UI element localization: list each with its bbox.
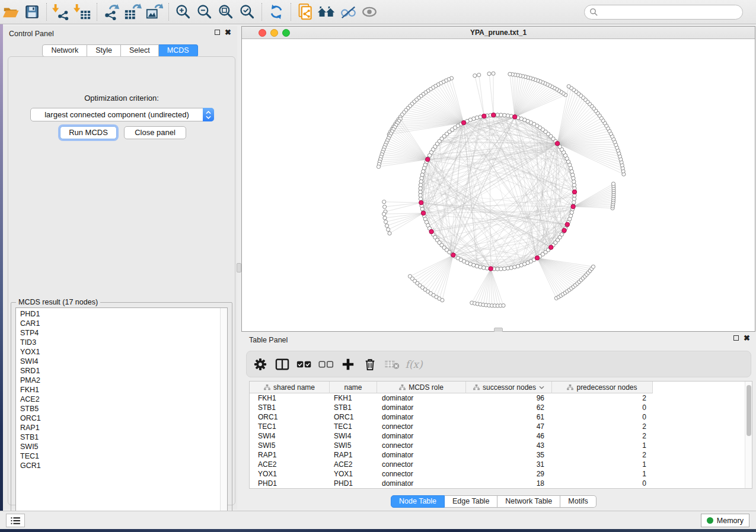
table-cell: YOX1 xyxy=(250,469,330,479)
column-header[interactable]: MCDS role xyxy=(377,382,466,393)
table-header: shared namenameMCDS rolesuccessor nodesp… xyxy=(250,382,745,393)
zoom-selected-icon[interactable] xyxy=(237,2,258,22)
hide-edges-icon[interactable] xyxy=(337,2,359,22)
show-eye-icon[interactable] xyxy=(359,2,380,22)
list-item[interactable]: TID3 xyxy=(16,338,220,347)
criterion-value: largest connected component (undirected) xyxy=(31,110,203,119)
list-item[interactable]: RAP1 xyxy=(16,423,220,432)
optimization-criterion-select[interactable]: largest connected component (undirected) xyxy=(30,108,214,121)
list-item[interactable]: TEC1 xyxy=(16,451,220,461)
table-cell: connector xyxy=(377,469,466,479)
search-input[interactable] xyxy=(601,8,742,17)
table-row[interactable]: STB1STB1dominator620 xyxy=(250,403,745,412)
table-scrollbar[interactable] xyxy=(745,382,752,488)
table-row[interactable]: RAP1RAP1dominator352 xyxy=(250,450,745,460)
table-row[interactable]: ORC1ORC1dominator610 xyxy=(250,412,745,422)
list-item[interactable]: SWI4 xyxy=(16,357,220,366)
zoom-out-icon[interactable] xyxy=(194,2,215,22)
memory-button[interactable]: Memory xyxy=(701,514,749,527)
table-row[interactable]: FKH1FKH1dominator962 xyxy=(250,393,745,403)
open-file-icon[interactable] xyxy=(0,2,21,22)
memory-label: Memory xyxy=(717,517,744,525)
table-row[interactable]: SWI5SWI5connector431 xyxy=(250,441,745,450)
save-session-icon[interactable] xyxy=(21,2,43,22)
tab-network[interactable]: Network xyxy=(42,44,87,57)
network-canvas[interactable] xyxy=(242,39,755,331)
window-close-icon[interactable] xyxy=(259,29,266,37)
table-cell: dominator xyxy=(377,412,466,422)
column-header[interactable]: shared name xyxy=(250,382,330,393)
refresh-icon[interactable] xyxy=(266,2,287,22)
float-table-panel-icon[interactable] xyxy=(733,335,739,341)
search-field[interactable] xyxy=(584,5,743,20)
list-item[interactable]: ORC1 xyxy=(16,414,220,423)
export-image-icon[interactable] xyxy=(143,2,165,22)
table-cell: RAP1 xyxy=(250,450,330,460)
table-row[interactable]: ACE2ACE2connector311 xyxy=(250,460,745,469)
table-scrollbar-thumb[interactable] xyxy=(747,385,751,436)
zoom-in-icon[interactable] xyxy=(173,2,194,22)
list-item[interactable]: CAR1 xyxy=(16,319,220,328)
list-item[interactable]: STP4 xyxy=(16,328,220,338)
table-cell: dominator xyxy=(377,393,466,403)
split-columns-icon[interactable] xyxy=(275,357,290,372)
tab-edge-table[interactable]: Edge Table xyxy=(445,495,497,508)
table-cell: 2 xyxy=(552,431,653,441)
share-session-icon[interactable] xyxy=(295,2,316,22)
table-row[interactable]: YOX1YOX1connector291 xyxy=(250,469,745,479)
mcds-result-group: MCDS result (17 nodes) PHD1CAR1STP4TID3Y… xyxy=(11,302,232,523)
tab-node-table[interactable]: Node Table xyxy=(391,495,445,508)
network-window-titlebar[interactable]: YPA_prune.txt_1 xyxy=(242,27,755,39)
export-table-icon[interactable] xyxy=(122,2,143,22)
table-cell: dominator xyxy=(377,450,466,460)
column-header[interactable]: successor nodes xyxy=(466,382,552,393)
close-table-panel-icon[interactable]: ✖ xyxy=(744,335,750,341)
list-item[interactable]: FKH1 xyxy=(16,385,220,395)
import-table-icon[interactable] xyxy=(72,2,93,22)
close-panel-button[interactable]: Close panel xyxy=(124,126,186,139)
show-panels-list-button[interactable] xyxy=(6,514,25,527)
zoom-fit-icon[interactable] xyxy=(215,2,237,22)
window-minimize-icon[interactable] xyxy=(270,29,278,37)
home-networks-icon[interactable] xyxy=(316,2,337,22)
vertical-splitter-handle[interactable] xyxy=(237,263,241,273)
table-row[interactable]: SWI4SWI4dominator462 xyxy=(250,431,745,441)
table-cell: dominator xyxy=(377,431,466,441)
list-item[interactable]: PHD1 xyxy=(16,309,220,319)
mcds-result-list[interactable]: PHD1CAR1STP4TID3YOX1SWI4SRD1PMA2FKH1ACE2… xyxy=(15,307,228,517)
tab-network-table[interactable]: Network Table xyxy=(497,495,560,508)
table-row[interactable]: PHD1PHD1dominator180 xyxy=(250,479,745,488)
list-item[interactable]: STB5 xyxy=(16,404,220,414)
list-item[interactable]: PMA2 xyxy=(16,376,220,385)
add-column-icon[interactable] xyxy=(340,357,356,372)
list-item[interactable]: SWI5 xyxy=(16,442,220,451)
table-cell: 35 xyxy=(466,450,552,460)
export-network-icon[interactable] xyxy=(101,2,122,22)
import-network-icon[interactable] xyxy=(50,2,72,22)
deselect-all-columns-icon[interactable] xyxy=(318,357,334,372)
table-cell: 29 xyxy=(466,469,552,479)
list-item[interactable]: ACE2 xyxy=(16,395,220,404)
tab-motifs[interactable]: Motifs xyxy=(560,495,596,508)
window-maximize-icon[interactable] xyxy=(282,29,290,37)
close-panel-icon[interactable]: ✖ xyxy=(225,29,231,36)
tab-style[interactable]: Style xyxy=(87,44,121,57)
column-header[interactable]: name xyxy=(330,382,377,393)
tab-select[interactable]: Select xyxy=(121,44,159,57)
delete-column-icon[interactable] xyxy=(362,357,378,372)
select-all-columns-icon[interactable] xyxy=(296,357,312,372)
list-item[interactable]: YOX1 xyxy=(16,347,220,357)
column-header[interactable]: predecessor nodes xyxy=(552,382,653,393)
tab-mcds[interactable]: MCDS xyxy=(159,44,198,57)
list-item[interactable]: SRD1 xyxy=(16,366,220,376)
table-cell: 61 xyxy=(466,412,552,422)
desktop-wallpaper-bottom xyxy=(0,529,756,532)
list-item[interactable]: STB1 xyxy=(16,432,220,442)
list-scrollbar[interactable] xyxy=(220,308,227,517)
float-panel-icon[interactable] xyxy=(215,30,220,35)
list-item[interactable]: GCR1 xyxy=(16,461,220,470)
settings-gear-icon[interactable] xyxy=(253,357,268,372)
node-table[interactable]: shared namenameMCDS rolesuccessor nodesp… xyxy=(249,381,752,489)
run-mcds-button[interactable]: Run MCDS xyxy=(60,126,117,139)
table-row[interactable]: TEC1TEC1connector472 xyxy=(250,422,745,431)
